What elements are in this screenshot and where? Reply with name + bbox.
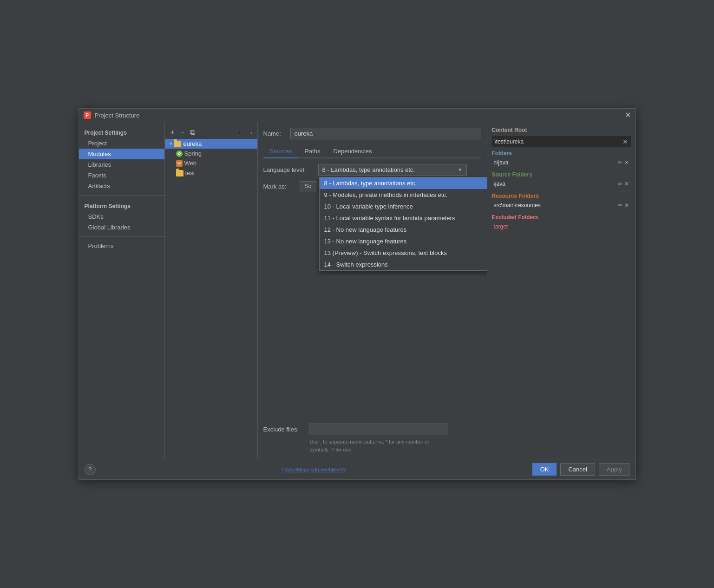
exclude-files-label: Exclude files: bbox=[263, 426, 305, 433]
folder-edit-button[interactable]: ✏ bbox=[618, 159, 622, 166]
dropdown-option-9[interactable]: 9 - Modules, private methods in interfac… bbox=[320, 189, 487, 201]
excluded-folders-title: Excluded Folders bbox=[492, 214, 631, 221]
dropdown-option-11[interactable]: 11 - Local variable syntax for lambda pa… bbox=[320, 212, 487, 224]
tree-node-eureka[interactable]: ▼ eureka bbox=[165, 139, 257, 149]
platform-settings-label: Platform Settings bbox=[79, 199, 164, 211]
sidebar-item-libraries[interactable]: Libraries bbox=[79, 159, 164, 170]
excluded-folder-path: target bbox=[492, 222, 631, 231]
apply-button[interactable]: Apply bbox=[599, 463, 630, 476]
source-folder-path: \java bbox=[494, 181, 505, 187]
resource-folder-row: src\main\resources ✏ ✕ bbox=[492, 201, 631, 209]
sidebar-item-sdks[interactable]: SDKs bbox=[79, 211, 164, 222]
sidebar: Project Settings Project Modules Librari… bbox=[79, 122, 165, 459]
folder-path: n\java bbox=[494, 159, 509, 166]
dialog-body: Project Settings Project Modules Librari… bbox=[79, 122, 635, 459]
dropdown-option-10[interactable]: 10 - Local variable type inference bbox=[320, 201, 487, 212]
right-panel: Content Root \test\eureka ✕ Folders n\ja… bbox=[487, 122, 635, 459]
sidebar-item-problems[interactable]: Problems bbox=[79, 241, 164, 251]
tab-sources[interactable]: Sources bbox=[263, 145, 299, 158]
resource-folder-edit-button[interactable]: ✏ bbox=[618, 202, 622, 209]
source-folder-actions: ✏ ✕ bbox=[618, 181, 629, 187]
dropdown-option-14[interactable]: 14 - Switch expressions bbox=[320, 259, 487, 270]
help-button[interactable]: ? bbox=[85, 464, 96, 475]
name-row: Name: bbox=[263, 128, 481, 139]
module-tree: + − ⧉ ← → ▼ eureka ✿ Spring W Web test bbox=[165, 122, 258, 459]
footer-link[interactable]: https://blog.csdn.net/blitheW bbox=[282, 467, 346, 472]
tree-toolbar: + − ⧉ ← → bbox=[165, 126, 257, 139]
dropdown-option-13[interactable]: 13 - No new language features bbox=[320, 235, 487, 247]
title-bar: P Project Structure ✕ bbox=[79, 109, 635, 122]
dropdown-option-8[interactable]: 8 - Lambdas, type annotations etc. bbox=[320, 177, 487, 189]
folder-icon bbox=[174, 141, 181, 147]
collapse-arrow: ▼ bbox=[169, 141, 173, 146]
exclude-files-input[interactable] bbox=[309, 424, 448, 435]
content-root-path: \test\eureka bbox=[495, 138, 524, 145]
name-input[interactable] bbox=[290, 128, 481, 139]
nav-back[interactable]: ← bbox=[238, 129, 244, 136]
dropdown-option-12[interactable]: 12 - No new language features bbox=[320, 224, 487, 235]
language-level-row: Language level: 8 - Lambdas, type annota… bbox=[263, 164, 481, 176]
web-icon: W bbox=[176, 160, 183, 167]
folder-row-main-java: n\java ✏ ✕ bbox=[492, 158, 631, 167]
dropdown-option-13p[interactable]: 13 (Preview) - Switch expressions, text … bbox=[320, 247, 487, 259]
sidebar-item-global-libraries[interactable]: Global Libraries bbox=[79, 222, 164, 233]
name-label: Name: bbox=[263, 130, 287, 137]
sidebar-divider-2 bbox=[79, 236, 164, 237]
dialog-footer: ? https://blog.csdn.net/blitheW OK Cance… bbox=[79, 459, 635, 479]
tree-node-spring[interactable]: ✿ Spring bbox=[165, 149, 257, 158]
tab-dependencies[interactable]: Dependencies bbox=[327, 145, 378, 157]
resource-folder-actions: ✏ ✕ bbox=[618, 202, 629, 209]
folders-title: Folders bbox=[492, 150, 631, 157]
exclude-hint-1: Use ; to separate name patterns, * for a… bbox=[263, 438, 481, 446]
excluded-folders-section: Excluded Folders target bbox=[492, 214, 631, 231]
mark-as-sources-button[interactable]: So bbox=[300, 181, 317, 191]
folders-section: Folders n\java ✏ ✕ bbox=[492, 150, 631, 167]
project-settings-label: Project Settings bbox=[79, 126, 164, 138]
copy-module-button[interactable]: ⧉ bbox=[188, 128, 197, 137]
sidebar-item-project[interactable]: Project bbox=[79, 138, 164, 149]
project-structure-dialog: P Project Structure ✕ Project Settings P… bbox=[79, 108, 636, 480]
remove-module-button[interactable]: − bbox=[178, 128, 186, 137]
bottom-section: Exclude files: Use ; to separate name pa… bbox=[263, 424, 481, 453]
sidebar-divider bbox=[79, 195, 164, 196]
tab-paths[interactable]: Paths bbox=[298, 145, 327, 157]
resource-folders-section: Resource Folders src\main\resources ✏ ✕ bbox=[492, 193, 631, 209]
source-folders-title: Source Folders bbox=[492, 171, 631, 178]
sidebar-item-facets[interactable]: Facets bbox=[79, 170, 164, 181]
source-folders-section: Source Folders \java ✏ ✕ bbox=[492, 171, 631, 188]
app-icon: P bbox=[84, 111, 91, 119]
language-level-label: Language level: bbox=[263, 166, 314, 173]
add-module-button[interactable]: + bbox=[169, 128, 177, 137]
content-root-close-button[interactable]: ✕ bbox=[622, 138, 628, 145]
content-root-row: \test\eureka ✕ bbox=[492, 136, 631, 147]
spring-icon: ✿ bbox=[176, 150, 183, 157]
tree-node-web[interactable]: W Web bbox=[165, 158, 257, 168]
dialog-title: Project Structure bbox=[95, 112, 621, 119]
test-folder-icon bbox=[176, 170, 183, 176]
cancel-button[interactable]: Cancel bbox=[560, 463, 595, 476]
sidebar-item-artifacts[interactable]: Artifacts bbox=[79, 181, 164, 191]
mark-as-label: Mark as: bbox=[263, 183, 296, 190]
exclude-hint-2: symbols, ? for one. bbox=[263, 446, 481, 454]
exclude-files-row: Exclude files: bbox=[263, 424, 481, 435]
folder-remove-button[interactable]: ✕ bbox=[624, 159, 629, 166]
ok-button[interactable]: OK bbox=[532, 463, 557, 476]
tabs-bar: Sources Paths Dependencies bbox=[263, 145, 481, 158]
main-panel: Name: Sources Paths Dependencies Languag… bbox=[258, 122, 487, 459]
source-folder-remove-button[interactable]: ✕ bbox=[624, 181, 629, 187]
source-folder-edit-button[interactable]: ✏ bbox=[618, 181, 622, 187]
nav-forward[interactable]: → bbox=[248, 129, 254, 136]
source-folder-row: \java ✏ ✕ bbox=[492, 180, 631, 188]
resource-folder-remove-button[interactable]: ✕ bbox=[624, 202, 629, 209]
language-level-dropdown[interactable]: 8 - Lambdas, type annotations etc. ▼ bbox=[318, 164, 467, 176]
tree-node-test[interactable]: test bbox=[165, 168, 257, 178]
folder-actions: ✏ ✕ bbox=[618, 159, 629, 166]
sidebar-item-modules[interactable]: Modules bbox=[79, 149, 164, 159]
resource-folder-path: src\main\resources bbox=[494, 202, 541, 209]
dropdown-arrow-icon: ▼ bbox=[458, 167, 463, 172]
close-button[interactable]: ✕ bbox=[625, 111, 631, 119]
content-root-title: Content Root bbox=[492, 127, 631, 133]
language-level-dropdown-menu: 8 - Lambdas, type annotations etc. 9 - M… bbox=[319, 177, 487, 271]
resource-folders-title: Resource Folders bbox=[492, 193, 631, 199]
